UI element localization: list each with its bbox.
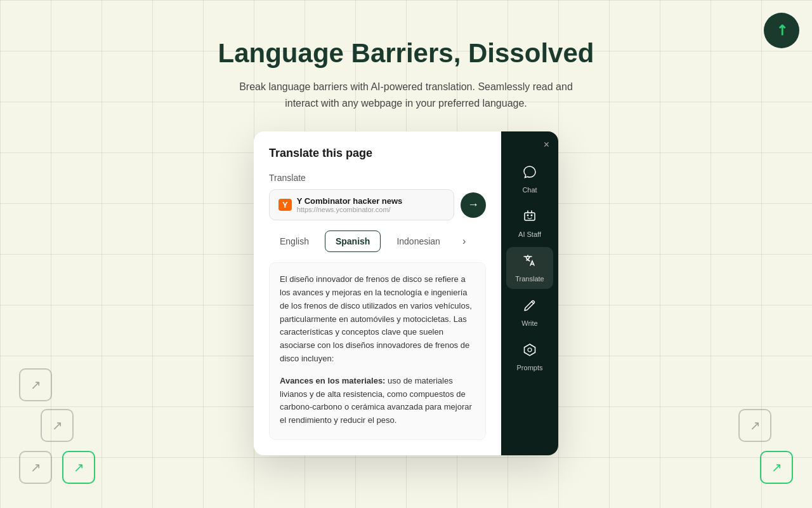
url-input-box[interactable]: Y Y Combinator hacker news https://news.… [269, 189, 454, 220]
paragraph-3-text: mecanismos de [396, 438, 454, 440]
translation-paragraph-1: El diseño innovador de frenos de disco s… [280, 273, 475, 366]
page-subtitle: Break language barriers with AI-powered … [222, 79, 590, 111]
svg-point-2 [531, 215, 533, 217]
write-icon [522, 298, 537, 317]
deco-icon-3: ↗ [19, 451, 52, 484]
go-button[interactable]: → [461, 192, 486, 218]
tab-indonesian[interactable]: Indonesian [386, 231, 451, 252]
svg-point-4 [528, 348, 532, 352]
chat-icon [522, 164, 537, 184]
card-title: Translate this page [269, 147, 486, 160]
translate-label: Translate [269, 173, 486, 183]
go-arrow-icon: → [468, 198, 479, 211]
deco-icon-6: ↗ [760, 451, 793, 484]
ui-container: Translate this page Translate Y Y Combin… [254, 131, 558, 455]
sidebar-prompts-label: Prompts [517, 364, 543, 371]
translation-card: Translate this page Translate Y Y Combin… [254, 131, 501, 455]
logo: ↗ [764, 13, 799, 48]
url-text-block: Y Combinator hacker news https://news.yc… [297, 196, 403, 213]
sidebar-item-prompts[interactable]: Prompts [506, 336, 553, 378]
prompts-icon [522, 342, 537, 361]
more-languages-button[interactable]: › [456, 231, 472, 252]
svg-rect-0 [525, 213, 535, 220]
ycombinator-badge: Y [278, 199, 292, 211]
sidebar-item-chat[interactable]: Chat [506, 158, 553, 200]
svg-marker-3 [525, 344, 535, 356]
sidebar-write-label: Write [521, 319, 537, 327]
url-input-row: Y Y Combinator hacker news https://news.… [269, 189, 486, 220]
page-content: Language Barriers, Dissolved Break langu… [0, 0, 812, 455]
sidebar-item-translate[interactable]: Translate [506, 247, 553, 289]
sidebar-translate-label: Translate [515, 275, 544, 283]
ai-staff-icon [522, 209, 537, 228]
paragraph-3-heading: Tecnologías de enfriamiento: [280, 438, 394, 440]
tab-spanish[interactable]: Spanish [325, 231, 381, 252]
language-tabs: English Spanish Indonesian › [269, 231, 486, 252]
sidebar-ai-staff-label: AI Staff [518, 231, 541, 238]
sidebar-item-ai-staff[interactable]: AI Staff [506, 203, 553, 244]
sidebar: × Chat [501, 131, 558, 455]
sidebar-chat-label: Chat [522, 186, 537, 194]
translate-icon [522, 253, 537, 272]
site-name: Y Combinator hacker news [297, 196, 403, 206]
page-title: Language Barriers, Dissolved [218, 38, 594, 69]
deco-icon-4: ↗ [62, 451, 95, 484]
close-button[interactable]: × [544, 139, 549, 150]
svg-point-1 [527, 215, 529, 217]
paragraph-2-heading: Avances en los materiales: [280, 376, 385, 385]
url-address: https://news.ycombinator.com/ [297, 206, 403, 213]
sidebar-close-area: × [501, 139, 558, 150]
translation-text-area: El diseño innovador de frenos de disco s… [269, 262, 486, 440]
translation-paragraph-2: Avances en los materiales: uso de materi… [280, 375, 475, 427]
tab-english[interactable]: English [269, 231, 320, 252]
logo-icon: ↗ [771, 20, 791, 40]
translation-paragraph-3: Tecnologías de enfriamiento: mecanismos … [280, 436, 475, 440]
chevron-down-icon: › [462, 236, 466, 247]
sidebar-item-write[interactable]: Write [506, 291, 553, 333]
